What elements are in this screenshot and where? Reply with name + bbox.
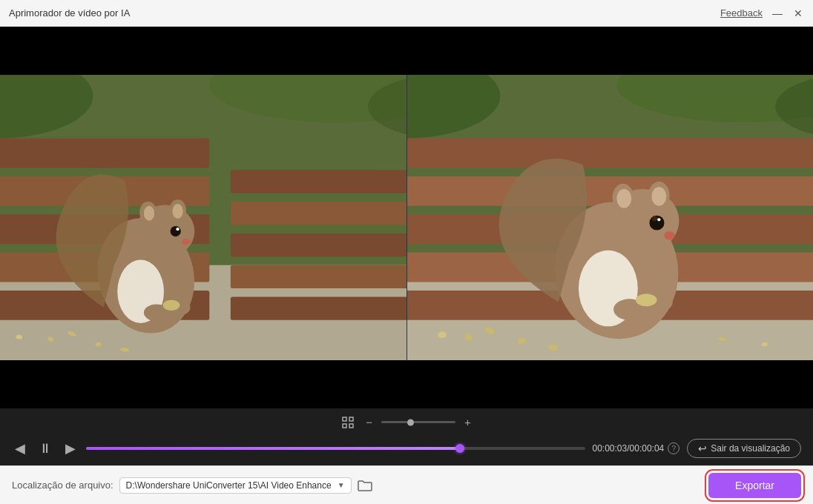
svg-rect-67: [349, 424, 353, 428]
svg-rect-11: [231, 296, 406, 319]
file-path-select[interactable]: D:\Wondershare UniConverter 15\AI Video …: [119, 477, 352, 494]
file-location: Localização de arquivo: D:\Wondershare U…: [12, 477, 372, 494]
video-black-bottom: [0, 360, 813, 408]
playback-row: ◀ ⏸ ▶ 00:00:03/00:00:04 ? ↩ Sair da visu…: [0, 434, 813, 462]
fit-screen-icon: [342, 417, 354, 428]
svg-point-44: [616, 189, 631, 208]
svg-rect-9: [231, 233, 406, 256]
svg-rect-7: [231, 170, 406, 193]
enhanced-scene-svg: [407, 75, 814, 360]
svg-point-20: [176, 228, 179, 231]
time-display: 00:00:03/00:00:04 ?: [593, 442, 680, 454]
svg-point-18: [172, 204, 182, 219]
open-folder-button[interactable]: [358, 479, 372, 492]
svg-point-50: [664, 231, 674, 239]
svg-rect-35: [407, 139, 814, 168]
progress-thumb: [455, 444, 464, 453]
svg-point-60: [761, 342, 768, 347]
close-button[interactable]: ✕: [792, 7, 804, 19]
fit-to-screen-button[interactable]: [339, 415, 357, 430]
video-main-strip: [0, 75, 813, 360]
chevron-down-icon: ▼: [338, 481, 345, 489]
controls-bar: − + ◀ ⏸ ▶ 00:00:03/00:00:04 ? ↩ Sair da …: [0, 408, 813, 465]
svg-point-21: [182, 239, 190, 245]
file-path-text: D:\Wondershare UniConverter 15\AI Video …: [126, 480, 332, 491]
export-button[interactable]: Exportar: [708, 473, 801, 498]
title-bar-left: Aprimorador de vídeo por IA: [9, 7, 130, 19]
svg-point-48: [652, 216, 657, 221]
svg-rect-2: [0, 139, 209, 168]
current-time: 00:00:03/00:00:04: [593, 443, 665, 454]
video-panel-enhanced: [407, 75, 814, 360]
svg-rect-10: [231, 265, 406, 288]
title-bar: Aprimorador de vídeo por IA Feedback — ✕: [0, 0, 813, 27]
svg-point-29: [16, 335, 22, 339]
original-scene-svg: [0, 75, 406, 360]
svg-point-16: [144, 206, 154, 221]
svg-rect-66: [343, 424, 346, 428]
info-icon[interactable]: ?: [668, 442, 679, 454]
video-panel-original: [0, 75, 407, 360]
prev-frame-button[interactable]: ◀: [12, 439, 28, 458]
svg-point-53: [635, 294, 656, 306]
bottom-bar: Localização de arquivo: D:\Wondershare U…: [0, 465, 813, 504]
exit-preview-label: Sair da visualização: [711, 443, 790, 454]
svg-rect-36: [407, 176, 814, 206]
video-area: [0, 27, 813, 408]
svg-point-19: [171, 226, 181, 236]
next-frame-button[interactable]: ▶: [62, 439, 79, 458]
main-content: − + ◀ ⏸ ▶ 00:00:03/00:00:04 ? ↩ Sair da …: [0, 27, 813, 504]
pause-button[interactable]: ⏸: [36, 440, 55, 458]
zoom-out-button[interactable]: −: [363, 414, 375, 430]
exit-preview-button[interactable]: ↩ Sair da visualização: [687, 439, 801, 458]
svg-point-58: [438, 332, 446, 339]
svg-point-46: [651, 187, 666, 206]
minimize-button[interactable]: —: [771, 7, 783, 19]
exit-preview-icon: ↩: [698, 442, 707, 454]
zoom-slider[interactable]: [381, 421, 455, 423]
zoom-controls: − +: [339, 414, 474, 430]
video-black-top: [0, 27, 813, 75]
svg-rect-8: [231, 202, 406, 225]
folder-icon: [358, 479, 372, 492]
zoom-in-button[interactable]: +: [461, 414, 474, 430]
zoom-slider-thumb: [407, 419, 414, 425]
svg-point-24: [163, 300, 180, 311]
svg-point-49: [657, 218, 660, 221]
file-location-label: Localização de arquivo:: [12, 480, 113, 491]
svg-rect-65: [349, 417, 353, 421]
title-bar-right: Feedback — ✕: [720, 7, 804, 19]
feedback-link[interactable]: Feedback: [720, 7, 763, 19]
app-title: Aprimorador de vídeo por IA: [9, 7, 130, 19]
svg-rect-64: [343, 417, 346, 421]
progress-fill: [86, 447, 460, 450]
progress-bar[interactable]: [86, 447, 585, 450]
